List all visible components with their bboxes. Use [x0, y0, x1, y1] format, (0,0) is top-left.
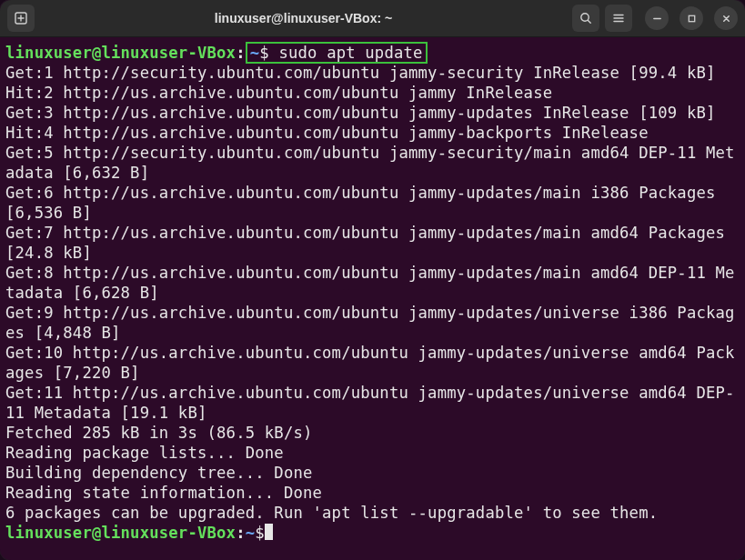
- search-icon: [579, 11, 593, 25]
- prompt-user-2: linuxuser@linuxuser-VBox: [5, 524, 236, 542]
- prompt-path-2: ~: [246, 524, 256, 542]
- prompt-colon: :: [236, 44, 246, 62]
- terminal-body[interactable]: linuxuser@linuxuser-VBox:~$ sudo apt upd…: [0, 37, 745, 560]
- prompt-symbol: $: [259, 44, 278, 62]
- cursor: [265, 524, 273, 540]
- prompt-colon-2: :: [236, 524, 246, 542]
- window-controls: [645, 6, 738, 30]
- hamburger-icon: [611, 11, 626, 25]
- command-text: sudo apt update: [278, 44, 422, 62]
- new-tab-icon: [14, 11, 28, 25]
- new-tab-button[interactable]: [7, 5, 35, 32]
- menu-button[interactable]: [605, 5, 632, 32]
- prompt-symbol-2: $: [255, 524, 265, 542]
- titlebar: linuxuser@linuxuser-VBox: ~: [0, 0, 745, 37]
- svg-rect-2: [689, 15, 694, 21]
- command-highlight: ~$ sudo apt update: [246, 42, 428, 64]
- terminal-output: Get:1 http://security.ubuntu.com/ubuntu …: [5, 64, 735, 522]
- search-button[interactable]: [572, 5, 599, 32]
- window-title: linuxuser@linuxuser-VBox: ~: [40, 11, 567, 25]
- prompt-user: linuxuser@linuxuser-VBox: [5, 44, 236, 62]
- maximize-icon: [687, 14, 697, 24]
- terminal-window: linuxuser@linuxuser-VBox: ~ linuxuser@li…: [0, 0, 745, 560]
- maximize-button[interactable]: [680, 6, 703, 30]
- close-icon: [721, 14, 731, 24]
- prompt-path: ~: [250, 44, 260, 62]
- minimize-icon: [652, 14, 662, 24]
- close-button[interactable]: [714, 6, 738, 30]
- minimize-button[interactable]: [645, 6, 669, 30]
